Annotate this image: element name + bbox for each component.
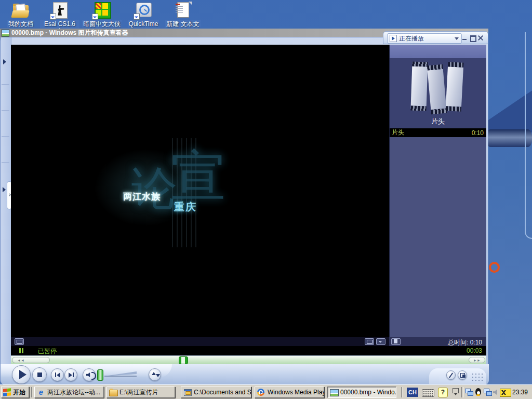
transport-bar [1, 364, 489, 385]
task-button-label: Windows Media Player [268, 389, 324, 396]
start-button[interactable]: 开始 [1, 387, 29, 398]
network-tray-icon[interactable] [465, 388, 473, 396]
start-label: 开始 [13, 388, 25, 397]
desktop-icon-label: 新建 文本文 [165, 20, 200, 28]
desktop-icon-label: QuickTime [128, 20, 159, 28]
volume-tray-icon[interactable] [493, 389, 499, 395]
video-overlay-city: 重庆 [174, 200, 197, 214]
step-toggle-button[interactable] [149, 368, 161, 381]
fullscreen-button[interactable] [376, 338, 385, 345]
desktop-icon-label: 我的文档 [7, 20, 34, 28]
colored-window-icon [93, 2, 111, 19]
next-button[interactable] [64, 368, 77, 381]
desktop-icon-my-documents[interactable]: 我的文档 [1, 2, 41, 28]
resize-grip[interactable] [471, 373, 484, 382]
toolbar-options-icon[interactable] [453, 388, 459, 393]
video-overlay-char-left: 论 [131, 158, 177, 220]
task-button-label: 两江水族论坛--动... [47, 388, 100, 397]
playlist-header [390, 45, 486, 58]
seek-bar[interactable]: ◄◄ ►► [11, 355, 486, 364]
mode-selector-panel: 正在播放 [383, 31, 488, 44]
picture-viewer-icon [2, 29, 9, 37]
features-sidebar [1, 37, 11, 364]
taskbar-separator [31, 387, 33, 397]
task-button-forum[interactable]: e 两江水族论坛--动... [34, 387, 104, 398]
task-button-label: C:\Documents and S... [194, 389, 251, 396]
track-title: 片头 [390, 117, 486, 126]
rewind-button[interactable]: ◄◄ [12, 357, 50, 363]
playlist-item-title: 片头 [392, 128, 472, 137]
desktop-icon-text-file[interactable]: 新建 文本文 [163, 2, 203, 28]
volume-track-line [104, 376, 137, 377]
filmstrip-icon [411, 61, 466, 111]
rewind-icon: ◄◄ [17, 358, 24, 362]
maximize-button[interactable] [470, 35, 476, 41]
my-documents-folder-icon [12, 2, 30, 19]
wallpaper-orange-ring [489, 262, 500, 273]
desktop: 我的文档 Esai CS1.6 完 暗窗中文大侠 QuickTime 新建 文本… [0, 0, 532, 399]
fast-forward-button[interactable]: ►► [469, 357, 485, 363]
volume-slider-thumb[interactable] [97, 369, 103, 381]
taskbar-clock: 23:39 [512, 389, 528, 396]
switch-mode-button[interactable] [458, 370, 467, 380]
playlist-item-duration: 0:10 [472, 129, 484, 137]
mute-button[interactable] [83, 368, 96, 381]
text-file-icon [174, 2, 192, 19]
video-surface[interactable]: 论 宣 两江水族 重庆 [11, 45, 389, 337]
mode-dropdown[interactable]: 正在播放 [387, 33, 462, 44]
expand-arrow-icon[interactable] [3, 59, 6, 64]
internet-explorer-icon: e [37, 388, 45, 396]
task-button-label: 00000.bmp - Windo... [340, 389, 396, 396]
network-tray-icon-2[interactable] [484, 388, 492, 396]
playback-state-label: 已暂停 [38, 347, 57, 356]
media-player-window: 论 宣 两江水族 重庆 片头 片头 0:10 [0, 37, 488, 384]
shortcut-arrow-icon [92, 14, 98, 20]
stop-button[interactable] [32, 367, 47, 382]
task-button-folder[interactable]: E:\两江宣传片 [107, 387, 175, 398]
now-playing-icon [390, 35, 397, 42]
close-button[interactable] [477, 35, 484, 41]
video-view-button[interactable] [391, 338, 401, 345]
album-art-area: 片头 [390, 58, 486, 128]
task-button-bmp[interactable]: 00000.bmp - Windo... [327, 387, 396, 398]
shortcut-arrow-icon [134, 14, 140, 20]
messenger-tray-icon[interactable] [474, 388, 483, 396]
quicktime-icon [135, 2, 152, 19]
task-button-label: E:\两江宣传片 [119, 388, 158, 397]
chevron-down-icon [455, 37, 459, 40]
skin-chooser-button[interactable] [446, 370, 456, 380]
desktop-icon-quicktime[interactable]: QuickTime [124, 2, 163, 28]
picture-file-icon [330, 388, 338, 396]
fast-forward-icon: ►► [473, 358, 481, 362]
previous-button[interactable] [51, 368, 64, 381]
elapsed-time-label: 00:03 [467, 347, 482, 354]
tray-separator [461, 387, 463, 397]
shortcut-arrow-icon [50, 14, 56, 20]
seek-thumb[interactable] [179, 356, 188, 364]
keyboard-icon[interactable] [422, 389, 434, 397]
expand-arrow-icon[interactable] [3, 187, 6, 192]
minimize-button[interactable] [462, 35, 468, 41]
task-button-wmp[interactable]: Windows Media Player [255, 387, 324, 398]
wallpaper-line [525, 32, 532, 239]
video-toolbar-row: 总时间: 0:10 [11, 337, 486, 346]
language-indicator[interactable]: CH [407, 388, 418, 397]
status-row: 已暂停 00:03 [11, 346, 486, 355]
mode-label: 正在播放 [399, 34, 424, 43]
playlist-toggle-button[interactable] [15, 338, 24, 345]
task-button-documents[interactable]: C:\Documents and S... [181, 387, 251, 398]
explorer-window-icon [183, 388, 192, 396]
play-button[interactable] [12, 365, 31, 384]
taskbar-separator [401, 387, 403, 397]
desktop-icon-window-app[interactable]: 暗窗中文大侠 [82, 2, 122, 28]
help-icon[interactable]: ? [438, 388, 448, 397]
taskbar: 开始 e 两江水族论坛--动... E:\两江宣传片 C:\Documents … [0, 384, 532, 399]
counter-strike-icon [51, 2, 69, 19]
playlist-item[interactable]: 片头 0:10 [390, 128, 486, 137]
xear3d-tray-icon[interactable] [500, 389, 511, 397]
pause-indicator-icon [19, 348, 24, 353]
dock-button[interactable] [365, 338, 374, 345]
desktop-icon-label: 暗窗中文大侠 [82, 20, 122, 28]
windows-logo-icon [3, 388, 11, 396]
folder-icon [109, 388, 117, 396]
